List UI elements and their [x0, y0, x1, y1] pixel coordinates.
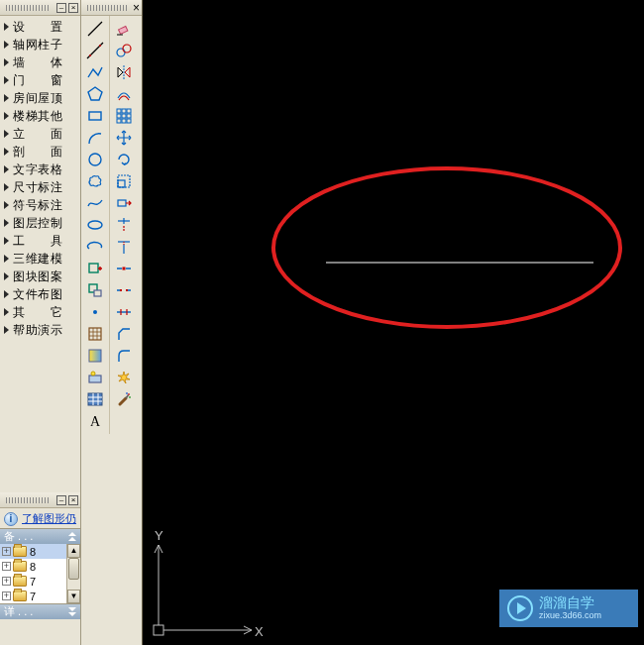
- circle-tool[interactable]: [83, 149, 107, 170]
- svg-rect-22: [122, 109, 126, 113]
- draw-modify-toolbox: × A: [81, 0, 143, 645]
- scroll-track[interactable]: [67, 558, 80, 590]
- drawing-canvas[interactable]: X Y: [143, 0, 644, 645]
- lower-sidebar: – × i 了解图形仍 备 . . . +8 +8 +7 +7 ▲ ▼ 详 . …: [0, 492, 81, 645]
- menu-item-elevation[interactable]: 立 面: [0, 125, 80, 143]
- stretch-tool[interactable]: [112, 192, 136, 214]
- svg-rect-28: [122, 119, 126, 123]
- menu-item-text-table[interactable]: 文字表格: [0, 161, 80, 178]
- chevron-right-icon: [4, 112, 9, 120]
- mirror-tool[interactable]: [112, 61, 136, 83]
- revision-cloud-tool[interactable]: [83, 170, 107, 192]
- region-tool[interactable]: [83, 367, 107, 388]
- menu-item-other[interactable]: 其 它: [0, 303, 80, 321]
- arc-tool[interactable]: [83, 127, 107, 149]
- svg-point-20: [123, 45, 131, 53]
- ellipse-arc-tool[interactable]: [83, 236, 107, 258]
- move-tool[interactable]: [112, 127, 136, 149]
- section-title: 备 . . .: [4, 529, 33, 544]
- svg-point-37: [129, 396, 131, 398]
- chevron-right-icon: [4, 255, 9, 263]
- toolbox-close-button[interactable]: ×: [133, 1, 140, 15]
- expand-icon[interactable]: +: [2, 562, 11, 571]
- insert-block-tool[interactable]: [83, 258, 107, 279]
- offset-tool[interactable]: [112, 83, 136, 105]
- panel-minimize-button[interactable]: –: [56, 495, 66, 505]
- make-block-tool[interactable]: [83, 279, 107, 301]
- menu-item-settings[interactable]: 设 置: [0, 18, 80, 36]
- trim-tool[interactable]: [112, 214, 136, 236]
- menu-item-3d-modeling[interactable]: 三维建模: [0, 250, 80, 268]
- break-tool[interactable]: [112, 279, 136, 301]
- svg-rect-21: [117, 109, 121, 113]
- scroll-up-button[interactable]: ▲: [67, 544, 80, 558]
- ellipse-tool[interactable]: [83, 214, 107, 236]
- panel-grip[interactable]: [6, 5, 51, 11]
- svg-line-0: [88, 22, 102, 36]
- lower-sidebar-header: – ×: [0, 492, 80, 508]
- chevron-right-icon: [4, 130, 9, 138]
- rotate-tool[interactable]: [112, 149, 136, 170]
- details-header[interactable]: 详 . . .: [0, 603, 80, 619]
- resources-header[interactable]: 备 . . .: [0, 528, 80, 544]
- sidebar-minimize-button[interactable]: –: [56, 3, 66, 13]
- join-tool[interactable]: [112, 301, 136, 323]
- svg-point-3: [99, 45, 101, 47]
- hatch-tool[interactable]: [83, 323, 107, 345]
- menu-item-symbol[interactable]: 符号标注: [0, 196, 80, 214]
- sidebar-header: – ×: [0, 0, 80, 16]
- menu-item-room-roof[interactable]: 房间屋顶: [0, 89, 80, 107]
- gradient-tool[interactable]: [83, 345, 107, 367]
- info-icon: i: [4, 512, 18, 526]
- explode-tool[interactable]: [112, 367, 136, 388]
- menu-item-section[interactable]: 剖 面: [0, 143, 80, 161]
- svg-point-15: [91, 372, 95, 376]
- sidebar-close-button[interactable]: ×: [68, 3, 78, 13]
- spline-tool[interactable]: [83, 192, 107, 214]
- menu-item-stairs-other[interactable]: 楼梯其他: [0, 107, 80, 125]
- chamfer-tool[interactable]: [112, 323, 136, 345]
- menu-item-door-window[interactable]: 门 窗: [0, 71, 80, 89]
- copy-tool[interactable]: [112, 40, 136, 61]
- section-title: 详 . . .: [4, 604, 33, 619]
- fillet-tool[interactable]: [112, 345, 136, 367]
- point-tool[interactable]: [83, 301, 107, 323]
- resource-tree[interactable]: +8 +8 +7 +7 ▲ ▼: [0, 544, 80, 603]
- menu-item-file-layout[interactable]: 文件布图: [0, 285, 80, 303]
- toolbox-grip[interactable]: [87, 5, 127, 11]
- chevron-up-icon: [68, 532, 76, 541]
- scroll-thumb[interactable]: [68, 558, 79, 580]
- watermark-url: zixue.3d66.com: [539, 611, 601, 621]
- info-link-row[interactable]: i 了解图形仍: [0, 508, 80, 528]
- scale-tool[interactable]: [112, 170, 136, 192]
- menu-item-dimension[interactable]: 尺寸标注: [0, 178, 80, 196]
- break-at-point-tool[interactable]: [112, 258, 136, 279]
- panel-grip[interactable]: [6, 497, 51, 503]
- svg-rect-14: [89, 376, 101, 382]
- text-tool[interactable]: A: [83, 410, 107, 432]
- tree-scrollbar[interactable]: ▲ ▼: [66, 544, 80, 603]
- menu-item-block-pattern[interactable]: 图块图案: [0, 268, 80, 285]
- construction-line-tool[interactable]: [83, 40, 107, 61]
- panel-close-button[interactable]: ×: [68, 495, 78, 505]
- polyline-tool[interactable]: [83, 61, 107, 83]
- rectangle-tool[interactable]: [83, 105, 107, 127]
- line-tool[interactable]: [83, 18, 107, 40]
- menu-item-tools[interactable]: 工 具: [0, 232, 80, 250]
- expand-icon[interactable]: +: [2, 547, 11, 556]
- table-tool[interactable]: [83, 388, 107, 410]
- svg-rect-16: [88, 393, 102, 405]
- menu-item-axis-grid[interactable]: 轴网柱子: [0, 36, 80, 54]
- expand-icon[interactable]: +: [2, 577, 11, 586]
- modify-tools-column: [109, 16, 137, 434]
- menu-item-help-demo[interactable]: 帮助演示: [0, 321, 80, 339]
- polygon-tool[interactable]: [83, 83, 107, 105]
- menu-item-wall[interactable]: 墙 体: [0, 54, 80, 71]
- menu-item-layer-control[interactable]: 图层控制: [0, 214, 80, 232]
- expand-icon[interactable]: +: [2, 591, 11, 600]
- scroll-down-button[interactable]: ▼: [67, 590, 80, 603]
- array-tool[interactable]: [112, 105, 136, 127]
- extend-tool[interactable]: [112, 236, 136, 258]
- erase-tool[interactable]: [112, 18, 136, 40]
- match-properties-tool[interactable]: [112, 388, 136, 410]
